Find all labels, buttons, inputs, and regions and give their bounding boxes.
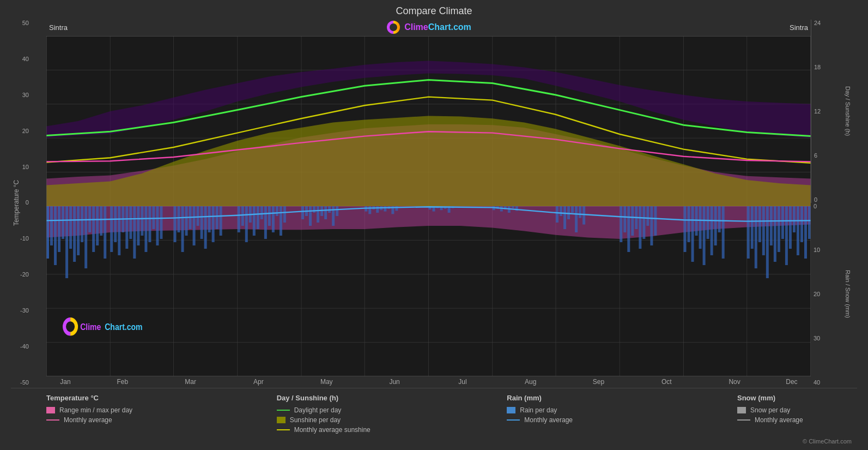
location-label-left: Sintra	[49, 23, 68, 32]
svg-rect-157	[793, 206, 796, 232]
svg-rect-34	[73, 206, 76, 262]
svg-rect-137	[695, 206, 698, 236]
svg-rect-131	[646, 206, 649, 226]
svg-rect-51	[141, 206, 143, 236]
svg-rect-150	[766, 206, 769, 278]
svg-rect-30	[58, 206, 60, 252]
svg-rect-88	[320, 206, 323, 216]
svg-rect-43	[110, 206, 113, 252]
svg-rect-142	[714, 206, 717, 245]
legend-temp-range: Range min / max per day	[46, 406, 155, 414]
legend-temperature: Temperature °C Range min / max per day M…	[46, 394, 155, 434]
svg-rect-132	[650, 206, 653, 245]
svg-rect-36	[81, 206, 83, 242]
legend-rain: Rain (mm) Rain per day Monthly average	[507, 394, 616, 434]
right-axis-top-label: Day / Sunshine (h)	[845, 86, 851, 136]
legend-sun-title: Day / Sunshine (h)	[277, 394, 386, 402]
svg-rect-129	[639, 206, 641, 249]
svg-rect-140	[707, 206, 709, 239]
svg-rect-114	[512, 206, 514, 208]
rain-swatch	[507, 407, 515, 413]
svg-rect-50	[137, 206, 139, 245]
location-label-right: Sintra	[790, 23, 808, 32]
svg-point-1	[390, 23, 397, 31]
svg-rect-68	[216, 206, 218, 229]
svg-rect-48	[129, 206, 132, 239]
month-aug: Aug	[501, 378, 561, 386]
month-oct: Oct	[636, 378, 696, 386]
svg-rect-83	[301, 206, 304, 219]
svg-rect-123	[582, 206, 585, 225]
svg-rect-94	[368, 206, 371, 214]
month-jan: Jan	[46, 378, 84, 386]
month-jul: Jul	[433, 378, 493, 386]
svg-rect-133	[654, 206, 657, 236]
svg-rect-117	[560, 206, 562, 216]
svg-rect-70	[238, 206, 240, 232]
svg-rect-39	[92, 206, 95, 252]
svg-rect-153	[778, 206, 780, 252]
logo-text: ClimeChart.com	[404, 22, 471, 32]
svg-rect-143	[718, 206, 721, 232]
svg-rect-27	[46, 206, 49, 259]
svg-rect-81	[280, 206, 282, 236]
svg-rect-149	[762, 206, 765, 255]
svg-text:Clime: Clime	[80, 322, 101, 332]
svg-rect-155	[785, 206, 788, 265]
svg-rect-85	[309, 206, 312, 226]
svg-rect-93	[365, 206, 367, 212]
svg-rect-144	[722, 206, 725, 259]
svg-rect-57	[173, 206, 176, 242]
svg-rect-71	[241, 206, 244, 226]
svg-rect-159	[800, 206, 803, 242]
legend-sunshine-avg: Monthly average sunshine	[277, 426, 386, 434]
svg-rect-63	[197, 206, 199, 226]
legend-sunshine-avg-label: Monthly average sunshine	[294, 426, 371, 434]
copyright: © ClimeChart.com	[11, 438, 857, 445]
logo-icon	[386, 20, 401, 35]
svg-rect-31	[62, 206, 64, 239]
svg-rect-92	[336, 206, 338, 216]
svg-rect-28	[50, 206, 53, 245]
svg-rect-160	[804, 206, 807, 259]
svg-rect-86	[313, 206, 315, 213]
svg-rect-139	[703, 206, 706, 265]
legend-temp-avg-label: Monthly average	[64, 416, 112, 424]
svg-rect-119	[567, 206, 570, 219]
temp-range-swatch	[46, 407, 55, 413]
legend-rain-title: Rain (mm)	[507, 394, 616, 402]
chart-title: Compare Climate	[11, 5, 857, 17]
svg-rect-60	[185, 206, 188, 236]
legend-rain-avg: Monthly average	[507, 416, 616, 424]
svg-rect-151	[770, 206, 773, 245]
svg-rect-35	[77, 206, 80, 255]
left-axis-ticks: 50 40 30 20 10 0 -10 -20 -30 -40 -50	[20, 20, 32, 386]
svg-rect-67	[212, 206, 215, 242]
svg-rect-33	[69, 206, 72, 249]
svg-rect-62	[193, 206, 196, 245]
snow-swatch	[737, 407, 746, 413]
svg-rect-135	[688, 206, 690, 242]
svg-rect-79	[272, 206, 275, 232]
chart-svg-container: Clime Chart.com	[46, 36, 811, 376]
svg-rect-55	[156, 206, 159, 245]
svg-text:Chart.com: Chart.com	[105, 322, 142, 332]
legend-rain-avg-label: Monthly average	[524, 416, 573, 424]
svg-rect-125	[623, 206, 626, 232]
left-axis-label: Temperature °C	[11, 20, 20, 386]
svg-rect-69	[220, 206, 222, 236]
month-sep: Sep	[569, 378, 629, 386]
snow-avg-line	[737, 419, 750, 421]
legend-snow-avg: Monthly average	[737, 416, 846, 424]
svg-rect-156	[789, 206, 792, 249]
svg-rect-64	[201, 206, 203, 239]
svg-rect-126	[627, 206, 630, 252]
svg-rect-32	[65, 206, 68, 278]
svg-rect-80	[276, 206, 278, 216]
rain-avg-line	[507, 419, 520, 421]
svg-rect-37	[84, 206, 87, 268]
daylight-line	[277, 410, 290, 411]
legend-daylight-label: Daylight per day	[294, 406, 342, 414]
right-axis-bottom-label: Rain / Snow (mm)	[845, 270, 851, 318]
svg-rect-145	[747, 206, 750, 259]
